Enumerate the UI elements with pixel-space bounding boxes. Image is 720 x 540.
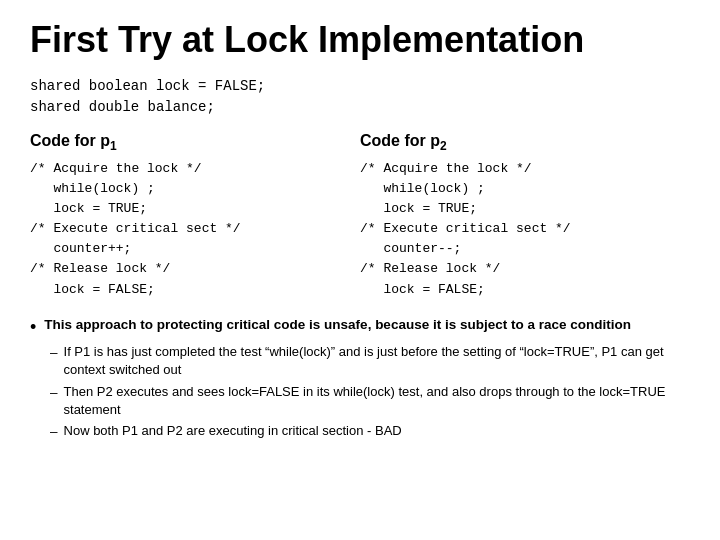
dash-1: –: [50, 343, 58, 363]
sub-bullet-1: – If P1 is has just completed the test “…: [50, 343, 690, 379]
sub-bullets: – If P1 is has just completed the test “…: [50, 343, 690, 442]
shared-code-line2: shared double balance;: [30, 97, 690, 118]
p2-header: Code for p2: [360, 132, 690, 153]
sub-bullet-3-text: Now both P1 and P2 are executing in crit…: [64, 422, 402, 440]
p2-column: Code for p2 /* Acquire the lock */ while…: [360, 132, 690, 300]
shared-code-block: shared boolean lock = FALSE; shared doub…: [30, 76, 690, 118]
sub-bullet-2: – Then P2 executes and sees lock=FALSE i…: [50, 383, 690, 419]
slide: First Try at Lock Implementation shared …: [0, 0, 720, 540]
p1-column: Code for p1 /* Acquire the lock */ while…: [30, 132, 360, 300]
bullets-section: • This approach to protecting critical c…: [30, 316, 690, 442]
sub-bullet-1-text: If P1 is has just completed the test “wh…: [64, 343, 690, 379]
page-title: First Try at Lock Implementation: [30, 20, 690, 60]
main-bullet: • This approach to protecting critical c…: [30, 316, 690, 339]
bullet-dot: •: [30, 316, 36, 339]
shared-code-line1: shared boolean lock = FALSE;: [30, 76, 690, 97]
p2-code-block: /* Acquire the lock */ while(lock) ; loc…: [360, 159, 690, 300]
p1-code-block: /* Acquire the lock */ while(lock) ; loc…: [30, 159, 360, 300]
sub-bullet-2-text: Then P2 executes and sees lock=FALSE in …: [64, 383, 690, 419]
code-columns: Code for p1 /* Acquire the lock */ while…: [30, 132, 690, 300]
dash-3: –: [50, 422, 58, 442]
dash-2: –: [50, 383, 58, 403]
p1-header: Code for p1: [30, 132, 360, 153]
main-bullet-text: This approach to protecting critical cod…: [44, 316, 631, 335]
sub-bullet-3: – Now both P1 and P2 are executing in cr…: [50, 422, 690, 442]
